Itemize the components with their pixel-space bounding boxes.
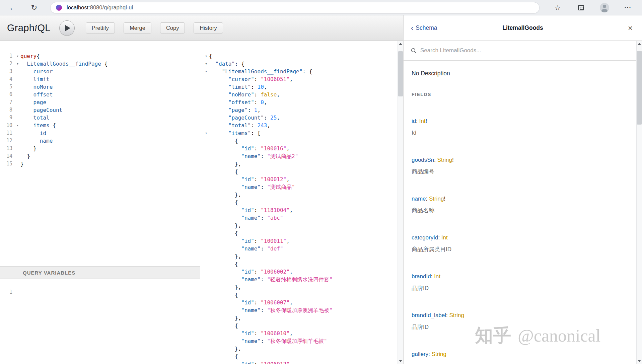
fold-gutter <box>203 206 209 214</box>
code-line: "page": 1, <box>203 106 403 114</box>
line-number: 7 <box>0 98 15 106</box>
fold-gutter <box>203 106 209 114</box>
code-line: "id": "100012", <box>203 175 403 183</box>
back-icon[interactable]: ← <box>7 2 19 14</box>
fold-gutter <box>15 152 20 160</box>
doc-field-name[interactable]: brandId_label <box>412 312 446 318</box>
code-text: }, <box>209 191 241 199</box>
code-line: { <box>203 353 403 360</box>
browser-menu-icon[interactable]: ··· <box>621 2 635 14</box>
code-text: cursor <box>20 68 53 75</box>
line-number: 9 <box>0 114 15 122</box>
doc-field-name[interactable]: goodsSn <box>412 157 434 163</box>
doc-field-description: 商品编号 <box>412 168 634 175</box>
doc-field-name[interactable]: name <box>412 196 426 202</box>
fold-arrow-icon[interactable]: ▾ <box>203 60 209 68</box>
code-text: }, <box>209 160 241 168</box>
fold-gutter <box>203 114 209 122</box>
url-bar[interactable]: localhost:8080/q/graphql-ui <box>50 2 540 13</box>
doc-field-signature: name: String! <box>412 195 634 202</box>
merge-button[interactable]: Merge <box>124 22 151 33</box>
result-scrollbar[interactable] <box>398 41 403 364</box>
doc-field-type[interactable]: String <box>437 157 452 163</box>
query-editor-pane[interactable]: 1▾query{2▾ LitemallGoods__findPage {3 cu… <box>0 41 200 364</box>
fold-arrow-icon[interactable]: ▾ <box>15 60 20 68</box>
query-variables-title[interactable]: QUERY VARIABLES <box>0 266 200 279</box>
query-editor[interactable]: 1▾query{2▾ LitemallGoods__findPage {3 cu… <box>0 41 200 266</box>
doc-field-type[interactable]: Int <box>419 118 426 124</box>
doc-scrollbar[interactable] <box>636 41 642 364</box>
doc-scrollbar-thumb[interactable] <box>637 51 642 125</box>
scroll-up-icon[interactable] <box>398 41 403 47</box>
code-line: { <box>203 260 403 268</box>
fold-arrow-icon[interactable]: ▾ <box>15 52 20 60</box>
type-description: No Description <box>412 70 634 77</box>
fold-arrow-icon[interactable]: ▾ <box>203 129 209 137</box>
fold-gutter <box>203 291 209 299</box>
fold-gutter <box>203 245 209 252</box>
collections-icon[interactable] <box>574 2 588 14</box>
doc-field-name[interactable]: brandId <box>412 273 431 280</box>
code-line: "name": "秋冬保暖加厚澳洲羊毛被" <box>203 306 403 314</box>
editors-area: 1▾query{2▾ LitemallGoods__findPage {3 cu… <box>0 41 403 364</box>
doc-field-signature: categoryId: Int <box>412 234 634 241</box>
doc-field-name[interactable]: gallery <box>412 351 428 357</box>
fold-arrow-icon[interactable]: ▾ <box>203 52 209 60</box>
logo-part: QL <box>37 22 50 33</box>
doc-field-description: 商品名称 <box>412 207 634 214</box>
doc-close-button[interactable]: × <box>628 15 633 41</box>
code-line: ▾ "items": [ <box>203 129 403 137</box>
doc-field-type[interactable]: Int <box>441 234 448 241</box>
favorites-star-icon[interactable]: ☆ <box>550 2 565 14</box>
code-line: 1 <box>0 288 200 296</box>
scroll-down-icon[interactable] <box>637 358 642 364</box>
code-text: "name": "测试商品2" <box>209 152 298 160</box>
scroll-up-icon[interactable] <box>637 41 642 47</box>
scroll-down-icon[interactable] <box>398 358 403 364</box>
code-line: }, <box>203 252 403 260</box>
doc-search-input[interactable] <box>420 47 635 54</box>
doc-back-link[interactable]: ‹ Schema <box>411 24 437 32</box>
doc-field-type[interactable]: String <box>429 196 444 202</box>
doc-field-name[interactable]: id <box>412 118 416 124</box>
fold-gutter <box>203 314 209 322</box>
code-text: "id": "1181004", <box>209 206 293 214</box>
code-text: pageCount <box>20 106 62 114</box>
profile-avatar[interactable] <box>597 2 612 14</box>
fold-arrow-icon[interactable]: ▾ <box>203 68 209 75</box>
doc-field-name[interactable]: categoryId <box>412 234 438 241</box>
code-line: "name": "def" <box>203 245 403 252</box>
doc-field-type[interactable]: String <box>432 351 446 357</box>
code-text: "noMore": false, <box>209 91 280 98</box>
doc-field-type[interactable]: String <box>449 312 464 318</box>
history-button[interactable]: History <box>194 22 223 33</box>
execute-button[interactable] <box>59 20 75 36</box>
code-line: 14 } <box>0 152 200 160</box>
fold-gutter <box>203 276 209 283</box>
code-line: "name": "秋冬保暖加厚细羊毛被" <box>203 337 403 345</box>
variables-editor[interactable]: 1 <box>0 279 200 296</box>
code-line: "pageCount": 25, <box>203 114 403 122</box>
site-favicon <box>56 5 62 11</box>
result-scrollbar-thumb[interactable] <box>398 51 403 96</box>
code-text: "items": [ <box>209 129 261 137</box>
non-null-bang: ! <box>426 118 427 124</box>
doc-explorer-content: No Description FIELDS id: Int!IdgoodsSn:… <box>404 61 642 364</box>
prettify-button[interactable]: Prettify <box>86 22 115 33</box>
code-line: 15} <box>0 160 200 168</box>
fold-arrow-icon[interactable]: ▾ <box>15 122 20 129</box>
doc-field-signature: goodsSn: String! <box>412 156 634 163</box>
fold-gutter <box>203 345 209 353</box>
code-text: "page": 1, <box>209 106 261 114</box>
code-text: offset <box>20 91 53 98</box>
doc-field-type[interactable]: Int <box>434 273 440 280</box>
refresh-icon[interactable]: ↻ <box>28 2 40 14</box>
code-line: 7 page <box>0 98 200 106</box>
code-text: "id": "100016", <box>209 145 290 152</box>
line-number: 1 <box>0 288 15 296</box>
line-number: 6 <box>0 91 15 98</box>
code-line: 4 limit <box>0 75 200 83</box>
fields-section-label: FIELDS <box>412 92 634 97</box>
code-text: "name": "秋冬保暖加厚细羊毛被" <box>209 337 327 345</box>
copy-button[interactable]: Copy <box>160 22 185 33</box>
